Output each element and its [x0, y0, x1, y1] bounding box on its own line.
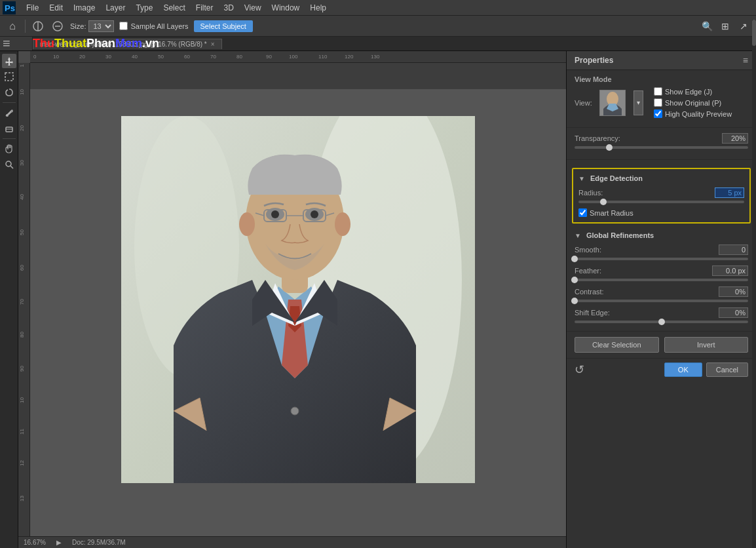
- svg-point-24: [311, 210, 318, 218]
- svg-marker-6: [5, 57, 13, 66]
- canvas-area: 0 10 20 30 40 50 60 70 80 90 100 110 120…: [18, 51, 566, 548]
- tab-close-button[interactable]: ×: [211, 41, 215, 48]
- menu-window[interactable]: Window: [267, 2, 305, 14]
- tool-brush[interactable]: [2, 106, 16, 120]
- transparency-section: Transparency:: [567, 128, 756, 160]
- reset-button[interactable]: ↺: [575, 362, 584, 377]
- menu-view[interactable]: View: [239, 2, 267, 14]
- status-bar: 16.67% ▶ Doc: 29.5M/36.7M: [18, 536, 566, 548]
- active-tab[interactable]: man-wearing-suit-jacket-1138903.jpg @ 16…: [33, 39, 222, 49]
- svg-point-20: [335, 212, 350, 236]
- view-label: View:: [575, 99, 594, 107]
- show-edge-checkbox[interactable]: [654, 87, 662, 96]
- menu-help[interactable]: Help: [305, 2, 331, 14]
- transparency-input[interactable]: [722, 133, 748, 144]
- svg-rect-7: [5, 73, 13, 81]
- menu-type[interactable]: Type: [130, 2, 158, 14]
- divider-2: [3, 138, 16, 139]
- show-edge-row: Show Edge (J): [654, 87, 748, 96]
- contrast-input[interactable]: [719, 286, 748, 297]
- ok-button[interactable]: OK: [664, 362, 702, 377]
- home-button[interactable]: ⌂: [5, 19, 20, 33]
- size-select[interactable]: 13 5 10 20 30: [88, 20, 114, 32]
- smooth-label: Smooth:: [575, 246, 601, 254]
- menubar: Ps File Edit Image Layer Type Select Fil…: [0, 0, 756, 16]
- invert-button[interactable]: Invert: [664, 337, 749, 353]
- contrast-row: Contrast:: [575, 286, 748, 297]
- global-refinements-header[interactable]: ▼ Global Refinements: [575, 231, 748, 239]
- edge-detection-title: Edge Detection: [590, 174, 643, 182]
- panel-scroll-icon[interactable]: ≡: [743, 55, 748, 66]
- radius-row: Radius:: [578, 187, 744, 198]
- cancel-button[interactable]: Cancel: [706, 362, 748, 377]
- tool-eraser[interactable]: [2, 121, 16, 136]
- high-quality-row: High Quality Preview: [654, 109, 748, 118]
- shift-edge-slider[interactable]: [575, 321, 748, 323]
- transparency-thumb[interactable]: [606, 144, 613, 151]
- smart-radius-checkbox[interactable]: [578, 208, 587, 217]
- menu-edit[interactable]: Edit: [44, 2, 68, 14]
- size-control: Size: 13 5 10 20 30: [70, 20, 114, 32]
- action-buttons: Clear Selection Invert: [567, 331, 756, 358]
- radius-label: Radius:: [578, 189, 603, 197]
- radius-slider[interactable]: [578, 201, 744, 203]
- select-subject-button[interactable]: Select Subject: [194, 20, 253, 32]
- smart-radius-label: Smart Radius: [590, 209, 633, 217]
- canvas-content[interactable]: [30, 63, 566, 536]
- svg-line-12: [10, 166, 13, 168]
- radius-input[interactable]: [715, 187, 744, 198]
- tabbar: ≡ man-wearing-suit-jacket-1138903.jpg @ …: [0, 37, 756, 51]
- show-original-checkbox[interactable]: [654, 98, 662, 107]
- size-label: Size:: [70, 22, 86, 30]
- view-dropdown-button[interactable]: ▾: [633, 90, 643, 115]
- tool-zoom[interactable]: [2, 157, 16, 172]
- global-refinements-title: Global Refinements: [586, 231, 654, 239]
- search-icon[interactable]: 🔍: [700, 19, 714, 33]
- sample-all-layers-checkbox[interactable]: [119, 22, 128, 30]
- canvas-image: [121, 116, 475, 483]
- shift-edge-input[interactable]: [719, 307, 748, 318]
- feather-thumb[interactable]: [571, 277, 578, 283]
- clear-selection-button[interactable]: Clear Selection: [575, 337, 659, 353]
- toolbar: ⌂ Size: 13 5 10 20 30 Sample All Layers …: [0, 16, 756, 37]
- tool-hand[interactable]: [2, 142, 16, 156]
- contrast-thumb[interactable]: [571, 298, 578, 304]
- svg-text:Ps: Ps: [5, 3, 15, 13]
- collapse-sidebar-icon[interactable]: ≡: [3, 36, 10, 51]
- menu-filter[interactable]: Filter: [191, 2, 219, 14]
- tool-selection[interactable]: [2, 69, 16, 84]
- menu-image[interactable]: Image: [68, 2, 100, 14]
- radius-thumb[interactable]: [600, 199, 607, 205]
- menu-layer[interactable]: Layer: [100, 2, 130, 14]
- smooth-thumb[interactable]: [571, 256, 578, 262]
- smart-radius-row: Smart Radius: [578, 208, 744, 217]
- toolbar-right-icons: 🔍 ⊞ ↗: [700, 19, 751, 33]
- view-mode-row: View: ▾ Show Edge (J): [575, 87, 748, 118]
- ok-cancel-buttons: OK Cancel: [664, 362, 748, 377]
- tool-lasso[interactable]: [2, 85, 16, 100]
- menu-3d[interactable]: 3D: [218, 2, 238, 14]
- menu-select[interactable]: Select: [158, 2, 190, 14]
- triangle-icon[interactable]: ▶: [56, 539, 62, 546]
- brush-icon[interactable]: [31, 19, 45, 33]
- window-icon[interactable]: ⊞: [718, 19, 732, 33]
- contrast-slider[interactable]: [575, 300, 748, 302]
- transparency-slider[interactable]: [575, 146, 748, 149]
- edge-detection-header[interactable]: ▼ Edge Detection: [578, 174, 744, 182]
- shift-edge-thumb[interactable]: [658, 319, 665, 325]
- smooth-slider[interactable]: [575, 258, 748, 260]
- share-icon[interactable]: ↗: [736, 19, 751, 33]
- high-quality-checkbox[interactable]: [654, 109, 662, 118]
- svg-point-11: [6, 161, 11, 166]
- svg-point-23: [271, 210, 279, 218]
- spacer-1: [567, 160, 756, 165]
- minus-icon[interactable]: [50, 19, 65, 33]
- view-thumbnail[interactable]: [599, 90, 626, 116]
- feather-input[interactable]: [712, 265, 748, 276]
- tool-move[interactable]: [2, 54, 16, 68]
- svg-point-8: [6, 114, 9, 117]
- menu-file[interactable]: File: [21, 2, 44, 14]
- smooth-input[interactable]: [719, 245, 748, 255]
- feather-slider[interactable]: [575, 279, 748, 281]
- smooth-group: Smooth:: [575, 245, 748, 260]
